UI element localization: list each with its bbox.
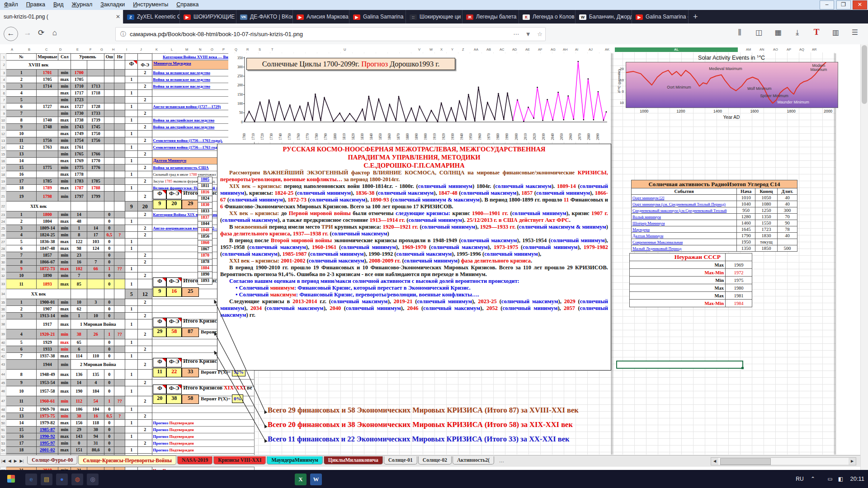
menu-item[interactable]: Закладки — [96, 0, 129, 9]
taskbar-app-4[interactable]: ◍ — [71, 474, 83, 485]
sidebar-icon[interactable]: ◫ — [754, 28, 764, 37]
browser-tab[interactable]: WБаланчин, Джорд — [576, 10, 632, 23]
reload-button[interactable]: ⟳ — [34, 27, 48, 40]
summary-line: Всего 20 финансовых и 38 Экономических М… — [268, 420, 573, 429]
browser-tab[interactable]: VKДЕ-ФАКТО | ВКон — [236, 10, 293, 23]
taskbar-clock[interactable]: 20:11 — [850, 475, 864, 482]
table-row: Шпёрер Минимум1460155090 — [632, 220, 797, 226]
solar-activity-chart: Solar Activity Events in 14C Medieval Ma… — [626, 54, 837, 123]
pp-favicon-icon: :: — [410, 14, 417, 20]
column-header: G — [100, 47, 103, 52]
taskbar-app-1[interactable]: e — [25, 474, 37, 485]
table-row: Вольф минимум1280135070 — [632, 214, 797, 220]
svg-text:1850: 1850 — [378, 133, 382, 140]
yt-favicon-icon: ▶ — [353, 14, 360, 20]
taskbar-app-2[interactable]: ▤ — [41, 474, 52, 485]
url-bar[interactable]: ⓘсамарина.рф/Book/book-08-html/book-10-0… — [115, 27, 546, 41]
table-row: 53171995-97min03102Прогноз Подтвержден — [0, 440, 255, 447]
browser-tab[interactable]: ЖЛегенды балета — [462, 10, 519, 23]
page-actions-icon[interactable]: ⋯ — [513, 31, 519, 38]
pocket-icon[interactable]: ▼ — [525, 31, 531, 38]
table-row: 3621907max6201 — [0, 306, 255, 313]
sheet-tab: Активность2( — [453, 456, 494, 465]
column-header: M — [185, 47, 188, 52]
vk-favicon-icon: VK — [240, 14, 247, 20]
taskbar-app-5[interactable]: ◎ — [87, 474, 99, 485]
browser-tab[interactable]: ▶Galina Samarina - — [632, 10, 689, 23]
chart-annotation: Medieval Maximum — [709, 67, 742, 71]
solar-x-tick: 2000 — [824, 109, 832, 113]
menu-item[interactable]: Правка — [22, 0, 49, 9]
menu-item[interactable]: Файл — [0, 0, 22, 9]
column-header: K — [156, 47, 158, 52]
close-button[interactable]: ✕ — [853, 0, 867, 9]
browser-tab[interactable]: ▶ШОКИРУЮЩИЕ — [180, 10, 236, 23]
solar-y-tick: -20 — [616, 67, 624, 71]
browser-toolbar: ← → ⟳ ⌂ ⓘсамарина.рф/Book/book-08-html/b… — [0, 23, 868, 45]
translator-extension-icon[interactable]: T — [811, 27, 821, 37]
scroll-left-arrow: ◀ — [711, 458, 718, 465]
tray-icon[interactable]: ◧ — [838, 476, 843, 482]
taskbar-app-3[interactable]: ● — [56, 474, 68, 485]
browser-tab[interactable]: КЛегенда о Колов — [519, 10, 576, 23]
tab-close-icon[interactable]: ✕ — [116, 10, 120, 23]
paragraph: В период после Второй мировой войны экон… — [220, 237, 608, 258]
table-row: Max1980 — [630, 284, 752, 292]
minimize-button[interactable]: – — [820, 0, 834, 9]
restore-button[interactable]: ❐ — [836, 0, 851, 9]
taskbar-excel-icon[interactable]: X — [295, 474, 307, 485]
browser-tab-active[interactable]: sun-krizis-01.png (✕ — [0, 10, 123, 23]
bookmark-star-icon[interactable]: ☆ — [537, 31, 542, 38]
browser-vertical-scrollbar[interactable] — [860, 44, 868, 470]
svg-text:1940: 1940 — [460, 133, 464, 140]
taskbar-word-icon[interactable]: W — [310, 474, 322, 485]
table-row: Max1981 — [630, 292, 752, 300]
hamburger-menu-icon[interactable]: ☰ — [850, 28, 860, 37]
browser-tab[interactable]: ZZyXEL Keenetic O — [123, 10, 180, 23]
c14-table-title: Солнечная активность РадиоИзотоп Углерод… — [632, 180, 797, 188]
download-icon[interactable]: ⤓ — [793, 28, 802, 37]
year-column: 1805181118161824183018331837184418481856… — [198, 177, 212, 285]
column-header: AP — [787, 47, 791, 52]
svg-text:1880: 1880 — [406, 133, 410, 140]
forward-button[interactable]: → — [21, 27, 34, 40]
tray-expand-icon[interactable]: ⌃ — [811, 476, 815, 482]
svg-text:1730: 1730 — [269, 133, 274, 140]
table-row: 3941920-21min38261??2295887Вероятно P(X)… — [0, 329, 255, 339]
extension-icon[interactable]: ▦ — [773, 28, 783, 37]
menu-item[interactable]: Справка — [172, 0, 203, 9]
menu-item[interactable]: Вид — [49, 0, 68, 9]
browser-tab[interactable]: ::Шокирующие ци — [406, 10, 462, 23]
paragraph: С.Е.ДОРОШКО-Г.П.САМАРИНА — [220, 161, 608, 169]
new-tab-button[interactable]: + — [689, 10, 703, 23]
svg-text:2020: 2020 — [533, 133, 537, 140]
table-row: 2531809-14min11402Англо-американская вой… — [0, 225, 255, 232]
column-header: AC — [500, 47, 504, 52]
yt-favicon-icon: ▶ — [184, 14, 191, 20]
svg-text:2000: 2000 — [514, 133, 519, 140]
extension2-icon[interactable]: ▥ — [831, 28, 841, 37]
paragraph: • Солнечный минимум: Финансовый Кризис, … — [220, 285, 608, 291]
tray-icon[interactable]: ▭ — [827, 476, 832, 482]
svg-text:1840: 1840 — [369, 133, 373, 140]
library-icon[interactable]: ⫼ — [735, 28, 745, 37]
table-row: 19171785min178317852Засуха 1785 вызвала … — [0, 178, 255, 185]
table-row: 1816max17781Сильный град в июле 1788 уни… — [0, 171, 255, 178]
menu-item[interactable]: Журнал — [68, 0, 97, 9]
svg-text:1930: 1930 — [451, 133, 455, 140]
menu-bar: ФайлПравкаВидЖурналЗакладкиИнструментыСп… — [0, 0, 868, 10]
back-button[interactable]: ← — [4, 27, 18, 41]
site-info-icon[interactable]: ⓘ — [116, 31, 130, 38]
sheet-tab-active: Солнце-Кризисы-Перевороты-Войны — [78, 455, 176, 465]
language-indicator[interactable]: RU — [796, 476, 803, 482]
menu-item[interactable]: Инструменты — [129, 0, 172, 9]
year-cell: 1816 — [198, 190, 212, 196]
scrollbar-thumb — [720, 458, 771, 465]
paragraph: Следующие кризисы в 2013-2014 г.г. (солн… — [220, 298, 608, 319]
browser-tab[interactable]: ▶Алисия Маркова — [293, 10, 349, 23]
home-button[interactable]: ⌂ — [48, 27, 61, 40]
browser-tab[interactable]: ▶Galina Samarina — [349, 10, 406, 23]
column-header: O — [211, 47, 213, 52]
svg-text:2060: 2060 — [569, 133, 573, 140]
start-button[interactable] — [0, 470, 22, 488]
